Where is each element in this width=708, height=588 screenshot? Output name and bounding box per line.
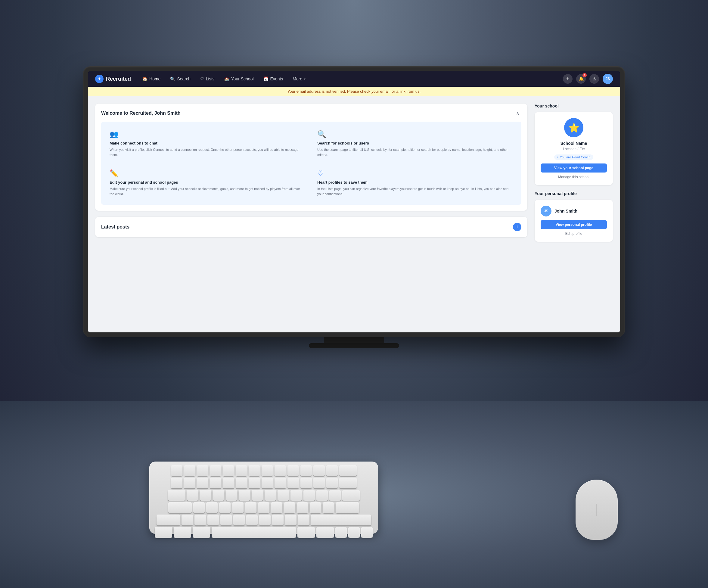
key-left xyxy=(335,527,347,538)
welcome-grid: 👥 Make connections to chat When you visi… xyxy=(101,122,521,205)
mouse[interactable] xyxy=(576,480,618,540)
bell-icon: 🔔 xyxy=(579,77,584,81)
edit-profile-link[interactable]: Edit profile xyxy=(541,232,607,236)
key-delete xyxy=(339,465,357,476)
key-q xyxy=(187,490,198,501)
personal-profile-section-title: Your personal profile xyxy=(535,191,613,196)
nav-right-actions: + 🔔 2 ⚠ JS xyxy=(563,74,613,84)
key-f11 xyxy=(313,465,325,476)
key-1 xyxy=(184,477,195,488)
key-lshift xyxy=(156,514,180,525)
monitor-base xyxy=(309,343,399,348)
search-icon: 🔍 xyxy=(170,77,175,81)
keyboard-row-4 xyxy=(153,502,375,513)
nav-item-home[interactable]: 🏠 Home xyxy=(138,75,165,83)
mouse-divider xyxy=(597,504,597,516)
key-n xyxy=(246,514,258,525)
key-rbracket xyxy=(329,490,341,501)
search-schools-title: Search for schools or users xyxy=(317,141,513,145)
nav-item-search[interactable]: 🔍 Search xyxy=(166,75,195,83)
add-button[interactable]: + xyxy=(563,74,572,84)
key-return2 xyxy=(336,502,359,513)
key-u xyxy=(265,490,276,501)
welcome-item-heart: ♡ Heart profiles to save them In the Lis… xyxy=(314,166,517,200)
key-4 xyxy=(223,477,234,488)
welcome-item-search: 🔍 Search for schools or users Use the se… xyxy=(314,126,517,161)
view-school-button[interactable]: View your school page xyxy=(541,164,607,173)
user-avatar-button[interactable]: JS xyxy=(603,74,613,84)
personal-profile-section: Your personal profile JS John Smith View… xyxy=(535,191,613,242)
dot-icon: ● xyxy=(557,156,559,158)
posts-card: Latest posts + xyxy=(95,217,527,237)
notifications-badge: 2 xyxy=(583,73,587,77)
events-icon: 📅 xyxy=(263,77,268,81)
key-f7 xyxy=(262,465,273,476)
profile-name: John Smith xyxy=(555,209,577,213)
brand-name: Recruited xyxy=(106,76,131,82)
welcome-card: Welcome to Recruited, John Smith ∧ 👥 xyxy=(95,104,527,211)
key-minus xyxy=(313,477,325,488)
key-a xyxy=(193,502,205,513)
key-5 xyxy=(236,477,247,488)
nav-item-lists[interactable]: ♡ Lists xyxy=(196,75,219,83)
right-column: Your school ⭐ School Name Location / Etc… xyxy=(535,104,613,323)
welcome-item-connections: 👥 Make connections to chat When you visi… xyxy=(106,126,309,161)
alert-icon: ⚠ xyxy=(592,77,596,81)
key-y xyxy=(252,490,263,501)
key-o xyxy=(291,490,302,501)
key-lbracket xyxy=(316,490,328,501)
edit-title: Edit your personal and school pages xyxy=(110,180,305,184)
key-c xyxy=(207,514,219,525)
edit-icon: ✏️ xyxy=(110,169,305,178)
connections-title: Make connections to chat xyxy=(110,141,305,145)
key-j xyxy=(271,502,283,513)
navbar: ✦ Recruited 🏠 Home 🔍 Search ♡ xyxy=(88,71,620,87)
nav-brand[interactable]: ✦ Recruited xyxy=(95,75,131,83)
manage-school-link[interactable]: Manage this school xyxy=(541,175,607,179)
key-i xyxy=(277,490,289,501)
key-t xyxy=(239,490,250,501)
key-8 xyxy=(274,477,286,488)
nav-item-more[interactable]: More ▾ xyxy=(288,75,310,83)
school-card: ⭐ School Name Location / Etc ● You are H… xyxy=(535,112,613,185)
key-tab xyxy=(168,490,185,501)
alerts-button[interactable]: ⚠ xyxy=(589,74,599,84)
monitor: ✦ Recruited 🏠 Home 🔍 Search ♡ xyxy=(83,66,625,337)
posts-title: Latest posts xyxy=(101,224,129,230)
key-space[interactable] xyxy=(212,527,296,538)
key-f8 xyxy=(274,465,286,476)
key-b xyxy=(233,514,245,525)
collapse-button[interactable]: ∧ xyxy=(514,110,521,117)
key-esc xyxy=(171,465,182,476)
your-school-section: Your school ⭐ School Name Location / Etc… xyxy=(535,104,613,185)
nav-item-events[interactable]: 📅 Events xyxy=(259,75,288,83)
welcome-header: Welcome to Recruited, John Smith ∧ xyxy=(101,110,521,117)
keyboard-row-6 xyxy=(153,527,375,538)
notifications-button[interactable]: 🔔 2 xyxy=(576,74,586,84)
key-quote xyxy=(323,502,334,513)
nav-item-your-school[interactable]: 🏫 Your School xyxy=(220,75,258,83)
school-name: School Name xyxy=(541,141,607,146)
key-e xyxy=(213,490,224,501)
monitor-screen: ✦ Recruited 🏠 Home 🔍 Search ♡ xyxy=(88,71,620,332)
key-return xyxy=(342,490,360,501)
key-0 xyxy=(300,477,312,488)
heart-icon: ♡ xyxy=(200,77,204,81)
left-column: Welcome to Recruited, John Smith ∧ 👥 xyxy=(95,104,527,323)
keyboard-row-2 xyxy=(153,477,375,488)
heart-profiles-title: Heart profiles to save them xyxy=(317,180,513,184)
brand-icon: ✦ xyxy=(95,75,104,83)
heart-profiles-icon: ♡ xyxy=(317,169,513,178)
posts-header: Latest posts + xyxy=(101,223,521,231)
key-s xyxy=(206,502,218,513)
key-capslock xyxy=(168,502,192,513)
key-alt xyxy=(193,527,210,538)
key-ctrl xyxy=(174,527,191,538)
main-content: Welcome to Recruited, John Smith ∧ 👥 xyxy=(88,96,620,330)
profile-avatar: JS xyxy=(541,206,552,216)
welcome-item-edit: ✏️ Edit your personal and school pages M… xyxy=(106,166,309,200)
view-profile-button[interactable]: View personal profile xyxy=(541,220,607,229)
add-post-button[interactable]: + xyxy=(513,223,521,231)
key-rshift xyxy=(311,514,371,525)
profile-row: JS John Smith xyxy=(541,206,607,216)
